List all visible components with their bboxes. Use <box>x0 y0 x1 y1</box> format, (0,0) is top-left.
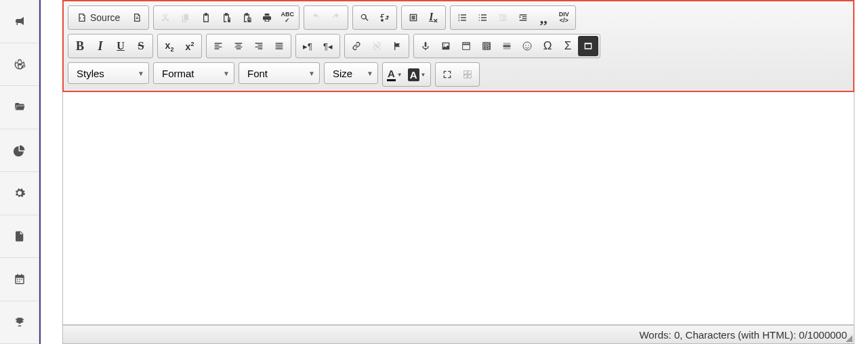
font-combo[interactable]: Font▼ <box>239 62 320 84</box>
bullet-list-icon <box>477 12 488 23</box>
specialchar-button[interactable]: Ω <box>537 36 558 56</box>
copy-button[interactable] <box>175 7 196 28</box>
strike-button[interactable]: S <box>131 36 151 56</box>
source-button[interactable]: Source <box>70 7 127 28</box>
group-selectall: I✕ <box>401 5 446 30</box>
svg-point-1 <box>525 45 526 45</box>
rtl-button[interactable]: ¶◂ <box>318 36 338 56</box>
paste-word-button[interactable] <box>236 7 257 28</box>
sidebar-item-reports[interactable] <box>0 129 39 173</box>
smiley-button[interactable] <box>517 36 537 56</box>
sum-button[interactable]: Σ <box>558 36 578 56</box>
maximize-button[interactable] <box>437 64 457 85</box>
sidebar-item-globe[interactable] <box>0 43 39 87</box>
group-find <box>352 5 397 30</box>
paste-text-button[interactable] <box>216 7 236 28</box>
superscript-button[interactable]: x2 <box>180 36 200 56</box>
group-insert: Ω Σ <box>413 34 600 58</box>
outdent-button[interactable] <box>493 7 513 28</box>
paste-word-icon <box>241 12 252 23</box>
table-button[interactable] <box>476 36 497 56</box>
sidebar-item-achievements[interactable] <box>0 301 39 345</box>
numbered-list-button[interactable] <box>452 7 472 28</box>
sidebar-item-files[interactable] <box>0 86 39 129</box>
anchor-button[interactable] <box>387 36 407 56</box>
group-clipboard: ABC✓ <box>153 5 299 30</box>
replace-icon <box>379 12 390 23</box>
selectall-button[interactable] <box>403 7 423 28</box>
indent-icon <box>518 12 529 23</box>
text-color-button[interactable]: A▼ <box>384 64 405 85</box>
toolbar-row-2: B I U S x2 x2 ▸¶ ¶◂ <box>68 34 849 58</box>
group-source: Source <box>68 5 149 30</box>
format-label: Format <box>162 68 194 79</box>
styles-combo[interactable]: Styles▼ <box>68 62 149 84</box>
italic-icon: I <box>98 39 102 53</box>
italic-button[interactable]: I <box>90 36 110 56</box>
align-center-button[interactable] <box>228 36 249 56</box>
blockquote-button[interactable]: ,, <box>533 7 554 28</box>
paste-button[interactable] <box>196 7 216 28</box>
link-button[interactable] <box>346 36 367 56</box>
strike-icon: S <box>138 39 144 53</box>
print-button[interactable] <box>257 7 277 28</box>
align-left-button[interactable] <box>208 36 228 56</box>
hr-button[interactable] <box>497 36 517 56</box>
size-combo[interactable]: Size▼ <box>324 62 378 84</box>
group-lists: ,, DIV</> <box>450 5 576 30</box>
align-justify-icon <box>274 41 285 51</box>
indent-button[interactable] <box>513 7 533 28</box>
superscript-icon: x2 <box>186 41 194 52</box>
sidebar-item-calendar[interactable] <box>0 258 39 301</box>
bg-color-button[interactable]: A▼ <box>405 64 429 85</box>
iframe-button[interactable] <box>578 36 598 56</box>
new-page-button[interactable] <box>127 7 147 28</box>
video-button[interactable] <box>456 36 476 56</box>
mic-button[interactable] <box>415 36 436 56</box>
image-button[interactable] <box>436 36 456 56</box>
editor-content[interactable] <box>62 92 854 325</box>
align-left-icon <box>213 41 224 51</box>
sidebar <box>0 0 39 344</box>
replace-button[interactable] <box>375 7 395 28</box>
remove-format-icon: I✕ <box>429 11 438 24</box>
folder-open-icon <box>14 101 26 113</box>
group-subsup: x2 x2 <box>157 34 202 58</box>
remove-format-button[interactable]: I✕ <box>423 7 444 28</box>
resize-grip[interactable] <box>846 335 852 342</box>
sidebar-item-documents[interactable] <box>0 215 39 259</box>
size-label: Size <box>333 68 352 79</box>
show-blocks-icon <box>462 69 473 80</box>
sidebar-item-announcements[interactable] <box>0 0 39 43</box>
redo-button[interactable] <box>326 7 346 28</box>
omega-icon: Ω <box>543 39 552 53</box>
quote-icon: ,, <box>540 14 547 22</box>
unlink-button[interactable] <box>367 36 387 56</box>
ltr-button[interactable]: ▸¶ <box>297 36 318 56</box>
spellcheck-button[interactable]: ABC✓ <box>277 7 297 28</box>
format-combo[interactable]: Format▼ <box>153 62 234 84</box>
align-right-button[interactable] <box>249 36 269 56</box>
underline-button[interactable]: U <box>110 36 131 56</box>
div-icon: DIV</> <box>559 12 569 24</box>
cut-button[interactable] <box>155 7 175 28</box>
bullhorn-icon <box>14 15 26 27</box>
undo-button[interactable] <box>306 7 326 28</box>
caret-icon: ▼ <box>367 70 373 77</box>
sigma-icon: Σ <box>564 39 572 53</box>
link-icon <box>351 41 362 51</box>
group-undo <box>304 5 348 30</box>
image-icon <box>440 41 451 51</box>
sidebar-item-settings[interactable] <box>0 172 39 215</box>
show-blocks-button[interactable] <box>457 64 478 85</box>
align-right-icon <box>253 41 264 51</box>
find-button[interactable] <box>354 7 375 28</box>
globe-icon <box>14 58 26 70</box>
subscript-button[interactable]: x2 <box>159 36 180 56</box>
bullet-list-button[interactable] <box>472 7 493 28</box>
group-bidi: ▸¶ ¶◂ <box>295 34 340 58</box>
svg-point-2 <box>528 45 529 45</box>
div-button[interactable]: DIV</> <box>554 7 574 28</box>
bold-button[interactable]: B <box>70 36 90 56</box>
align-justify-button[interactable] <box>269 36 289 56</box>
